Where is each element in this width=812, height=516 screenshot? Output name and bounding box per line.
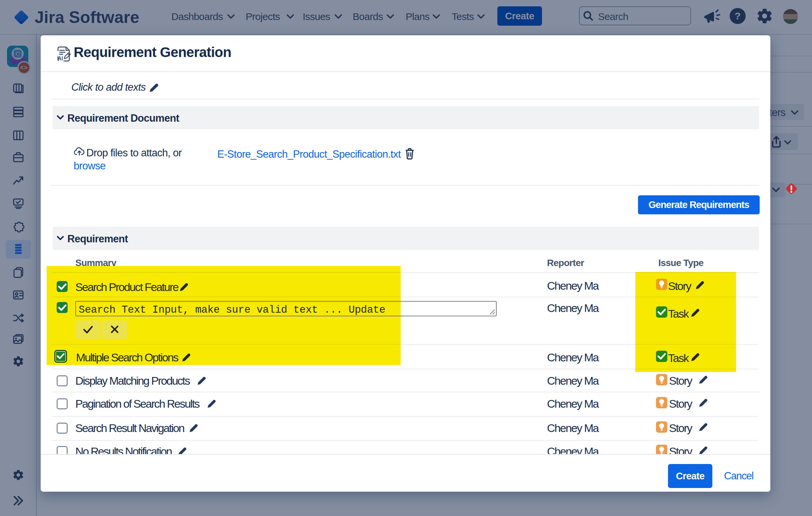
svg-text:AI: AI xyxy=(58,56,63,61)
